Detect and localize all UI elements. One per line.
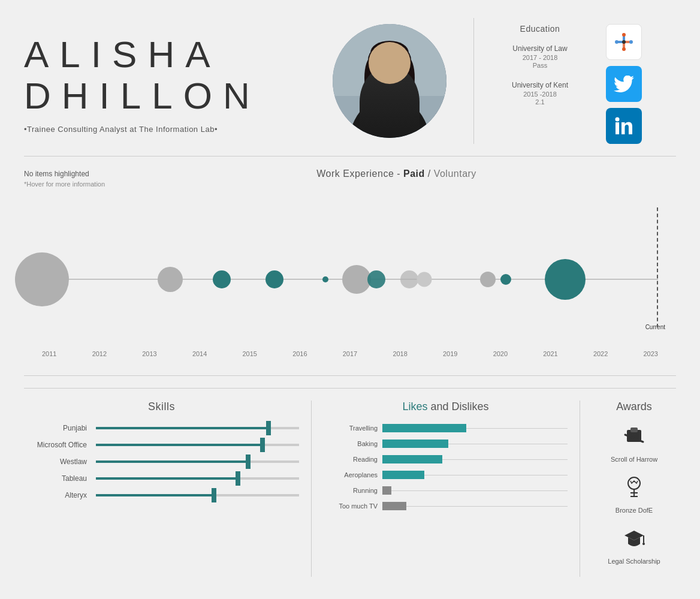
year-2013: 2013 xyxy=(142,350,156,357)
scroll-icon xyxy=(622,424,646,453)
subtitle: •Trainee Consulting Analyst at The Infor… xyxy=(24,125,324,134)
edu-result-2: 2.1 xyxy=(512,98,568,106)
social-section xyxy=(588,18,660,144)
skill-fill-westlaw xyxy=(96,460,248,463)
svg-point-6 xyxy=(364,57,379,99)
bubble-2017-teal xyxy=(367,270,385,288)
likes-bar-area-reading xyxy=(382,455,568,463)
likes-label-aeroplanes: Aeroplanes xyxy=(324,471,378,478)
profile-photo xyxy=(333,24,446,138)
svg-point-13 xyxy=(622,33,626,37)
likes-bar-running xyxy=(382,486,391,495)
likes-bar-travelling xyxy=(382,424,466,432)
education-section: Education University of Law 2017 - 2018 … xyxy=(492,18,588,144)
scholarship-icon xyxy=(622,526,646,555)
edu-school-2: University of Kent xyxy=(512,81,568,89)
bottom-section: Skills Punjabi Microsoft Office Westlaw xyxy=(24,388,676,577)
year-2022: 2022 xyxy=(593,350,608,357)
edu-dates-2: 2015 -2018 xyxy=(512,91,568,98)
twitter-logo-icon xyxy=(614,76,634,92)
skill-fill-tableau xyxy=(96,477,238,480)
name-title: ALISHA DHILLON xyxy=(24,34,324,116)
work-title: Work Experience - Paid / Voluntary xyxy=(117,168,676,179)
skill-row-msoffice: Microsoft Office xyxy=(24,441,299,449)
svg-marker-27 xyxy=(624,531,644,540)
award-label-scroll: Scroll of Harrow xyxy=(611,456,657,463)
no-items-label: No items highlighted xyxy=(24,168,105,179)
edu-item-1: University of Law 2017 - 2018 Pass xyxy=(512,44,567,69)
year-2012: 2012 xyxy=(92,350,107,357)
bubble-2019 xyxy=(480,272,496,287)
dofe-icon xyxy=(622,475,646,504)
voluntary-label: Voluntary xyxy=(434,168,476,179)
award-scroll-of-harrow: Scroll of Harrow xyxy=(592,424,676,463)
svg-rect-21 xyxy=(630,428,638,432)
skill-bar-westlaw xyxy=(96,460,299,463)
current-label: Current xyxy=(645,324,665,330)
skill-row-westlaw: Westlaw xyxy=(24,457,299,466)
year-2019: 2019 xyxy=(443,350,457,357)
current-dashed-line xyxy=(657,207,658,327)
skill-label-punjabi: Punjabi xyxy=(24,424,96,432)
bubble-2011 xyxy=(15,252,69,306)
skill-marker-msoffice xyxy=(260,438,265,452)
bubble-2018-lg xyxy=(417,272,432,287)
timeline-container: Current 2011 xyxy=(24,195,676,363)
svg-point-23 xyxy=(628,477,640,489)
svg-point-15 xyxy=(615,40,618,44)
tableau-icon-button[interactable] xyxy=(606,24,642,60)
name-section: ALISHA DHILLON •Trainee Consulting Analy… xyxy=(24,18,324,144)
year-2020: 2020 xyxy=(493,350,508,357)
skill-marker-westlaw xyxy=(246,454,251,469)
awards-title: Awards xyxy=(592,401,676,413)
likes-label-travelling: Travelling xyxy=(324,425,378,432)
bubble-2015a xyxy=(265,270,283,288)
skill-bar-punjabi xyxy=(96,427,299,429)
likes-label-running: Running xyxy=(324,487,378,494)
center-line-running xyxy=(382,490,568,491)
svg-point-14 xyxy=(622,47,626,51)
skill-label-alteryx: Alteryx xyxy=(24,491,96,499)
skill-marker-tableau xyxy=(236,471,240,486)
last-name: DHILLON xyxy=(24,76,324,116)
bubble-2017-grey xyxy=(342,265,371,294)
likes-bar-tv xyxy=(382,502,406,510)
work-section: No items highlighted *Hover for more inf… xyxy=(0,156,700,375)
likes-row-tv: Too much TV xyxy=(324,502,568,510)
likes-row-aeroplanes: Aeroplanes xyxy=(324,471,568,479)
bubble-2014a xyxy=(213,270,231,288)
year-2018: 2018 xyxy=(393,350,407,357)
tableau-logo-icon xyxy=(613,31,635,53)
year-2021: 2021 xyxy=(543,350,557,357)
education-title: Education xyxy=(520,24,560,34)
main-container: ALISHA DHILLON •Trainee Consulting Analy… xyxy=(0,0,700,599)
skill-fill-punjabi xyxy=(96,427,268,429)
vertical-divider xyxy=(473,18,474,144)
dofe-svg-icon xyxy=(622,475,646,499)
likes-bar-area-travelling xyxy=(382,424,568,432)
svg-point-7 xyxy=(400,57,415,99)
svg-point-29 xyxy=(642,543,645,545)
skill-bar-tableau xyxy=(96,477,299,480)
likes-dislikes-title: Likes and Dislikes xyxy=(324,401,568,413)
award-bronze-dofe: Bronze DofE xyxy=(592,475,676,514)
year-2017: 2017 xyxy=(343,350,357,357)
svg-point-3 xyxy=(348,96,432,138)
likes-word: Likes xyxy=(402,401,427,413)
skill-marker-punjabi xyxy=(266,421,271,435)
no-items-info: No items highlighted *Hover for more inf… xyxy=(24,168,105,189)
year-2016: 2016 xyxy=(292,350,307,357)
skill-marker-alteryx xyxy=(212,488,216,502)
person-silhouette xyxy=(333,24,446,138)
svg-point-16 xyxy=(629,40,633,44)
awards-section: Awards Scroll of Harrow xyxy=(580,401,676,577)
twitter-icon-button[interactable] xyxy=(606,66,642,102)
edu-result-1: Pass xyxy=(512,62,567,69)
skill-label-westlaw: Westlaw xyxy=(24,457,96,466)
linkedin-icon-button[interactable] xyxy=(606,108,642,144)
award-label-dofe: Bronze DofE xyxy=(615,507,653,514)
year-2015: 2015 xyxy=(243,350,257,357)
likes-row-running: Running xyxy=(324,486,568,495)
svg-point-17 xyxy=(622,40,626,44)
first-name: ALISHA xyxy=(24,34,324,75)
